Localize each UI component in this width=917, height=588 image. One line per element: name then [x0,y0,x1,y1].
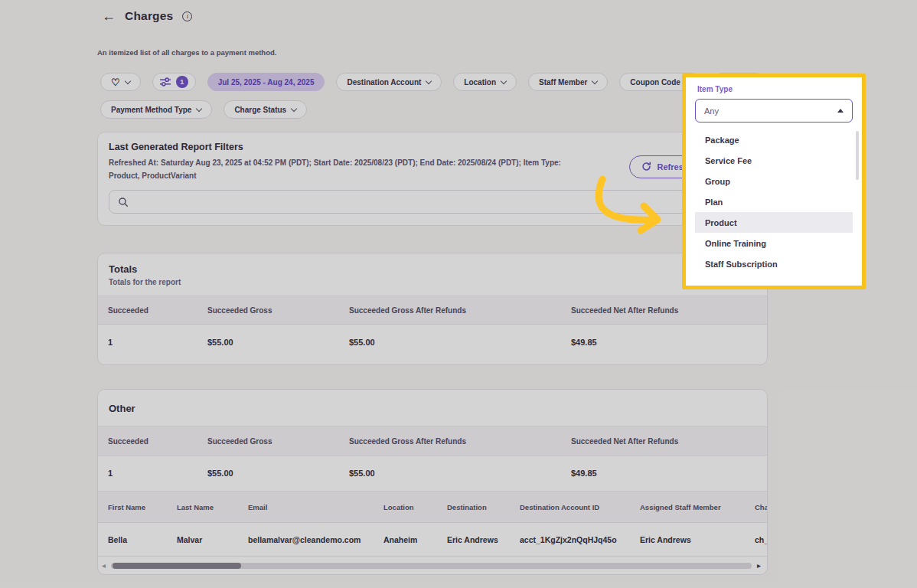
cell: $55.00 [207,338,349,347]
cell: $49.85 [571,338,767,347]
date-range-chip[interactable]: Jul 25, 2025 - Aug 24, 2025 [207,73,325,91]
cell: $49.85 [571,469,767,478]
favorites-filter-chip[interactable]: ♡ [100,73,141,91]
item-type-option[interactable]: Online Training [695,233,853,253]
caret-up-icon [837,109,844,113]
column-header: Location [383,503,447,511]
date-range-label: Jul 25, 2025 - Aug 24, 2025 [218,78,315,87]
column-header: Succeeded [108,437,207,446]
chip-label: Staff Member [539,78,587,87]
item-type-select[interactable]: Any [695,99,853,122]
destination-account-chip[interactable]: Destination Account [336,73,442,91]
report-card-title: Last Generated Report Filters [109,142,577,152]
filter-row-1: ♡ 1 Jul 25, 2025 - Aug 24, 2025 Destinat… [100,73,765,91]
item-type-option[interactable]: Plan [695,191,853,212]
column-header: Charg [755,503,767,511]
totals-data-row: 1 $55.00 $55.00 $49.85 [98,325,767,360]
refresh-icon [641,162,651,172]
other-card: Other Succeeded Succeeded Gross Succeede… [97,389,768,575]
table-row[interactable]: Bella Malvar bellamalvar@cleandemo.com A… [98,523,767,557]
chip-label: Location [464,78,496,87]
cell: Malvar [177,535,248,544]
other-summary-data-row: 1 $55.00 $55.00 $49.85 [98,456,767,491]
totals-header-row: Succeeded Succeeded Gross Succeeded Gros… [98,296,767,325]
search-input[interactable] [135,198,747,207]
cell: Bella [108,535,177,544]
scrollbar-thumb[interactable] [113,563,241,569]
other-detail-header-row: First Name Last Name Email Location Dest… [98,491,767,523]
filter-sliders-icon [160,77,171,87]
page-title: Charges [125,9,173,23]
chevron-down-icon [291,105,297,111]
chevron-down-icon [426,77,432,83]
chevron-down-icon [592,77,598,83]
chevron-down-icon [196,105,202,111]
cell: $55.00 [349,469,571,478]
item-type-option[interactable]: Product [695,212,853,233]
chevron-down-icon [124,77,130,83]
other-title: Other [109,403,756,414]
search-bar [109,190,756,214]
totals-subtitle: Totals for the report [109,278,756,286]
cell: acct_1KgZjx2nQqHJq45o [520,535,640,544]
location-chip[interactable]: Location [453,73,517,91]
cell: Eric Andrews [640,535,755,544]
chip-label: Destination Account [347,78,421,87]
totals-card: Totals Totals for the report Succeeded S… [97,253,768,365]
totals-title: Totals [109,263,756,275]
filter-count-badge: 1 [176,76,188,88]
column-header: Succeeded Gross After Refunds [349,306,571,315]
page-header: ← Charges i [102,9,192,23]
staff-member-chip[interactable]: Staff Member [528,73,608,91]
scroll-right-icon[interactable]: ▸ [757,562,761,570]
column-header: Succeeded Net After Refunds [571,437,767,446]
column-header: Succeeded [108,306,207,315]
column-header: Last Name [177,503,248,511]
chip-label: Coupon Code [630,78,680,87]
column-header: Destination Account ID [520,503,640,511]
item-type-option[interactable]: Service Fee [695,150,853,171]
item-type-selected-value: Any [704,106,719,116]
cell: 1 [108,469,207,478]
item-type-label: Item Type [697,85,862,93]
chip-label: Payment Method Type [111,106,191,114]
cell: $55.00 [349,338,571,347]
search-icon [118,197,129,207]
column-header: Email [248,503,383,511]
column-header: Succeeded Gross After Refunds [349,437,571,446]
cell: 1 [108,338,207,347]
column-header: Assigned Staff Member [640,503,755,511]
cell: ch_2 [755,535,767,544]
filter-count-chip[interactable]: 1 [152,73,196,91]
report-filter-details: Refreshed At: Saturday Aug 23, 2025 at 0… [109,156,577,182]
cell: bellamalvar@cleandemo.com [248,535,383,544]
item-type-option[interactable]: Staff Subscription [695,253,853,274]
cell: Anaheim [383,535,447,544]
report-filters-card: Last Generated Report Filters Refreshed … [97,132,768,226]
scrollbar-track[interactable] [111,563,752,569]
charge-status-chip[interactable]: Charge Status [224,100,307,119]
filter-row-2: Payment Method Type Charge Status [100,100,307,119]
item-type-option[interactable]: Package [695,129,853,150]
cell: $55.00 [207,469,349,478]
other-summary-header-row: Succeeded Succeeded Gross Succeeded Gros… [98,426,767,456]
column-header: Succeeded Gross [207,306,349,315]
options-scrollbar[interactable] [856,131,859,180]
column-header: First Name [108,503,177,511]
item-type-options-list: Package Service Fee Group Plan Product O… [686,129,862,274]
payment-method-type-chip[interactable]: Payment Method Type [100,100,212,119]
scroll-left-icon[interactable]: ◂ [102,562,106,570]
info-icon[interactable]: i [182,11,192,21]
chevron-down-icon [501,77,507,83]
page-description: An itemized list of all charges to a pay… [97,48,276,57]
horizontal-scrollbar: ◂ ▸ [98,557,767,570]
cell: Eric Andrews [447,535,520,544]
item-type-option[interactable]: Group [695,171,853,191]
back-button[interactable]: ← [102,9,116,23]
heart-icon: ♡ [111,77,120,87]
item-type-panel: Item Type Any Package Service Fee Group … [682,74,866,289]
column-header: Destination [447,503,520,511]
column-header: Succeeded Gross [207,437,349,446]
chip-label: Charge Status [234,106,286,114]
column-header: Succeeded Net After Refunds [571,306,767,315]
